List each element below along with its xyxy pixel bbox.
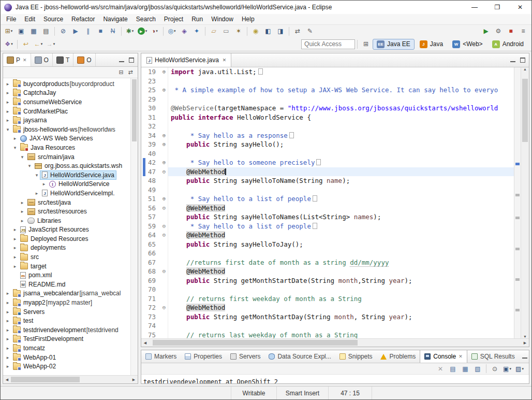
explorer-view-tab-2[interactable]: O — [31, 53, 53, 66]
pin-console-button[interactable]: ⊙ — [489, 363, 500, 375]
editor-tab-helloworldservice[interactable]: HelloWorldService.java ✕ — [141, 53, 231, 67]
tree-item-jsarna-webcalendar[interactable]: ▸jsarna_webcalendar [jsarna_webcal — [3, 289, 138, 298]
minimize-button[interactable]: — — [463, 1, 486, 14]
tree-item-src-test-java[interactable]: ▸src/test/java — [3, 198, 138, 207]
expand-arrow-icon[interactable]: ▸ — [4, 81, 11, 87]
code-line-66[interactable]: 66 — [141, 249, 514, 258]
code-line-65[interactable]: 65 public String sayHelloToJay(); — [141, 240, 514, 249]
code-line-71[interactable]: 71 // returns first weekday of month as … — [141, 294, 514, 304]
tree-item-java-resources[interactable]: ▾Java Resources — [3, 143, 138, 152]
maximize-editor-icon[interactable] — [519, 56, 527, 64]
menu-navigate[interactable]: Navigate — [99, 15, 131, 24]
stop-button[interactable]: ■ — [505, 25, 516, 37]
code-line-25[interactable]: 25⊕ * A simple example of how to setup a… — [141, 85, 514, 95]
quick-access-input[interactable] — [301, 39, 355, 49]
tree-item-testdrivendevelopment[interactable]: ▸testdrivendevelopment [testdrivend — [3, 325, 138, 335]
expand-arrow-icon[interactable]: ▸ — [4, 99, 11, 105]
collapse-arrow-icon[interactable]: ▾ — [11, 145, 19, 150]
tree-item-consumewebservice[interactable]: ▸consumeWebService — [3, 97, 138, 107]
clear-console-button[interactable]: ▧ — [472, 363, 483, 375]
tree-item-jax-ws-web-services[interactable]: ▸JAX-WS Web Services — [3, 134, 138, 144]
tree-item-javascript-resources[interactable]: ▸JavaScript Resources — [3, 225, 138, 235]
collapse-arrow-icon[interactable]: ▾ — [19, 154, 26, 160]
expand-arrow-icon[interactable]: ▸ — [4, 336, 11, 341]
menu-window[interactable]: Window — [207, 15, 238, 24]
tree-item-libraries[interactable]: ▸Libraries — [3, 216, 138, 225]
maximize-button[interactable]: ❐ — [486, 1, 509, 14]
scroll-right-icon[interactable]: ▶ — [130, 376, 138, 383]
code-line-67[interactable]: 67 //returns first date of month as a st… — [141, 258, 514, 267]
fold-expanded-icon[interactable]: ⊖ — [160, 267, 168, 276]
new-web-service-button[interactable]: ◎▾ — [166, 25, 178, 37]
bottom-tab-markers[interactable]: Markers — [141, 350, 181, 363]
menu-help[interactable]: Help — [238, 15, 259, 24]
skip-all-breakpoints-button[interactable]: ⊘ — [57, 25, 69, 37]
expand-arrow-icon[interactable]: ▸ — [4, 346, 11, 351]
profile-button[interactable]: ◑▾ — [149, 25, 160, 37]
expand-arrow-icon[interactable]: ▸ — [40, 181, 48, 187]
perspective-android[interactable]: AAndroid — [488, 39, 528, 50]
expand-arrow-icon[interactable]: ▸ — [11, 254, 19, 260]
menu-edit[interactable]: Edit — [20, 15, 39, 24]
scroll-left-icon[interactable]: ◀ — [141, 339, 149, 347]
code-line-40[interactable]: 40 — [141, 149, 514, 159]
code-line-29[interactable]: 29 — [141, 95, 514, 104]
code-line-70[interactable]: 70 — [141, 285, 514, 294]
fold-expanded-icon[interactable]: ⊖ — [160, 231, 168, 240]
fold-collapsed-icon[interactable]: ⊕ — [160, 85, 168, 95]
new-folder-button[interactable]: ▱ — [208, 25, 219, 37]
bottom-tab-sql-results[interactable]: SQL Results — [467, 350, 519, 363]
open-perspective-button[interactable]: ⊞ — [360, 38, 372, 50]
close-view-icon[interactable]: ✕ — [23, 58, 27, 63]
code-line-49[interactable]: 49 — [141, 185, 514, 195]
tree-item-src[interactable]: ▸src — [3, 252, 138, 262]
explorer-view-tab-1[interactable]: P✕ — [3, 53, 31, 66]
overview-occurrence-marker[interactable] — [515, 309, 520, 311]
code-line-72[interactable]: 72⊖ @WebMethod — [141, 303, 514, 312]
run-button[interactable]: ▶▾ — [137, 25, 148, 37]
code-line-48[interactable]: 48 public String sayHelloToName(String n… — [141, 176, 514, 185]
explorer-view-tab-3[interactable]: T — [53, 53, 73, 66]
code-line-32[interactable]: 32 — [141, 122, 514, 131]
code-line-39[interactable]: 39⊕ public String sayHello(); — [141, 140, 514, 149]
expand-arrow-icon[interactable]: ▸ — [4, 309, 11, 315]
code-line-30[interactable]: 30@WebService(targetNamespace = "http://… — [141, 104, 514, 113]
editor-horizontal-scrollbar[interactable]: ◀ ▶ — [141, 338, 529, 347]
expand-arrow-icon[interactable]: ▸ — [4, 318, 11, 323]
minimize-panel-icon[interactable] — [117, 56, 126, 64]
tree-item-test[interactable]: ▸test — [3, 316, 138, 325]
editor-vertical-scrollbar[interactable]: ▲ ▼ — [521, 67, 529, 338]
fold-expanded-icon[interactable]: ⊖ — [160, 303, 168, 312]
code-line-23[interactable]: 23 — [141, 77, 514, 86]
debug-button[interactable]: ✱▾ — [124, 25, 136, 37]
scrollbar-track[interactable] — [11, 376, 130, 383]
step-filters-button[interactable]: N — [107, 25, 119, 37]
scrollbar-thumb[interactable] — [522, 79, 528, 142]
annotate-button[interactable]: ✎ — [304, 25, 316, 37]
expand-arrow-icon[interactable]: ▸ — [19, 218, 26, 223]
back-button[interactable]: ←▾ — [33, 38, 44, 50]
scrollbar-track[interactable] — [521, 71, 529, 335]
expand-arrow-icon[interactable]: ▸ — [11, 236, 19, 241]
tree-item-jboss-helloworld-ws[interactable]: ▾jboss-helloworld-ws [helloworldws — [3, 125, 138, 134]
tree-item-target[interactable]: ▸target — [3, 262, 138, 271]
code-line-68[interactable]: 68⊖ @WebMethod — [141, 267, 514, 276]
bottom-tab-servers[interactable]: Servers — [226, 350, 264, 363]
code-line-69[interactable]: 69 public String getMonthStartDate(Strin… — [141, 276, 514, 285]
expand-arrow-icon[interactable]: ▸ — [4, 364, 11, 369]
print-button[interactable]: ▤ — [40, 25, 52, 37]
scroll-up-icon[interactable]: ▲ — [521, 67, 529, 71]
code-line-64[interactable]: 64⊖ @WebMethod — [141, 231, 514, 240]
terminate-console-button[interactable]: ✕ — [435, 363, 446, 375]
tree-item-webapp-01[interactable]: ▸WebApp-01 — [3, 353, 138, 362]
menu-project[interactable]: Project — [160, 15, 187, 24]
tree-horizontal-scrollbar[interactable]: ◀ ▶ — [3, 375, 138, 383]
tree-item-testfirstdevelopment[interactable]: ▸TestFirstDevelopment — [3, 335, 138, 344]
tree-item-webapp-02[interactable]: ▸WebApp-02 — [3, 362, 138, 371]
expand-arrow-icon[interactable]: ▸ — [4, 109, 11, 114]
ant-build-button[interactable]: ⚙ — [493, 25, 504, 37]
view-menu-button[interactable]: ≡ — [518, 25, 529, 37]
explorer-view-tab-4[interactable]: O — [73, 53, 95, 66]
remove-all-launches-button[interactable]: ▦ — [460, 363, 471, 375]
new-java-element-button[interactable]: ❖▾ — [3, 38, 14, 50]
